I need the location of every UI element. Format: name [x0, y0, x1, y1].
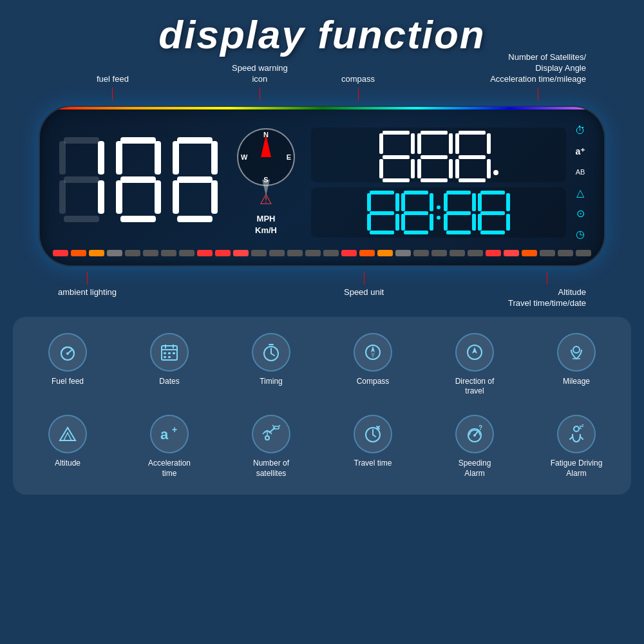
travel-time-label-text: Travel time [354, 459, 392, 469]
led-18 [359, 250, 375, 256]
svg-text:?: ? [478, 424, 482, 431]
feature-dates: Dates [121, 327, 218, 403]
speed-unit-display: MPHKm/H [255, 213, 277, 236]
speeding-alarm-label-text: SpeedingAlarm [459, 459, 491, 478]
speeding-alarm-icon: ? [455, 415, 494, 453]
led-12 [251, 250, 267, 256]
satellites-label-text: Number ofsatellites [253, 459, 289, 478]
dates-label-text: Dates [159, 377, 179, 387]
compass-arrow-north [261, 135, 271, 157]
acceleration-label-text: Accelerationtime [148, 459, 191, 478]
altitude-label-text: Altitude [55, 459, 80, 469]
cyan-digit-2 [401, 191, 433, 234]
svg-marker-17 [371, 346, 375, 352]
svg-text:a: a [160, 426, 169, 442]
led-16 [323, 250, 339, 256]
svg-text:+: + [172, 424, 177, 435]
clock-icon: ⏱ [573, 123, 588, 138]
page-wrapper: display function fuel feed Speed warning… [0, 0, 644, 495]
direction-label-text: Direction oftravel [455, 377, 495, 397]
speed-warning-label: Speed warningicon [232, 63, 288, 100]
svg-point-27 [265, 436, 269, 440]
cyan-digit-3 [444, 191, 476, 234]
svg-rect-8 [168, 352, 171, 354]
satellites-display-label: Number of Satellites/Display AngleAccele… [490, 52, 586, 100]
led-2 [71, 250, 86, 256]
side-icons-panel: ⏱ a⁺ AB △ ⊙ ◷ [573, 123, 588, 242]
led-5 [125, 250, 140, 256]
mountain-icon: △ [573, 185, 588, 200]
led-23 [450, 250, 465, 256]
led-6 [143, 250, 158, 256]
feature-fatigue-alarm: z z Fatigue DrivingAlarm [528, 408, 625, 485]
led-17 [341, 250, 357, 256]
labels-above: fuel feed Speed warningicon compass Numb… [39, 64, 605, 106]
svg-rect-10 [164, 356, 166, 358]
svg-marker-23 [60, 428, 75, 440]
altitude-travel-label: AltitudeTravel time/time/date [508, 272, 586, 309]
feature-timing: Timing [223, 327, 319, 403]
cyan-digit-display [311, 187, 566, 238]
mileage-icon [557, 333, 596, 372]
compass-feature-icon [354, 333, 392, 372]
acceleration-icon: a + [150, 415, 189, 453]
cyan-digit-1 [367, 191, 399, 234]
led-8 [179, 250, 194, 256]
speed-digit-2 [113, 137, 164, 227]
cyan-digit-4 [478, 191, 510, 234]
hud-display: N S E W ⚠ MPHKm/H [39, 106, 605, 267]
svg-point-2 [66, 352, 69, 355]
compass-east: E [287, 153, 291, 161]
led-14 [287, 250, 303, 256]
mileage-label-text: Mileage [563, 377, 590, 387]
led-29 [558, 250, 573, 256]
timing-icon [252, 333, 290, 372]
led-30 [576, 250, 591, 256]
led-13 [269, 250, 285, 256]
fatigue-alarm-label-text: Fatigue DrivingAlarm [551, 459, 603, 478]
led-24 [468, 250, 483, 256]
speed-unit-label: Speed unit [344, 272, 384, 309]
features-grid: Fuel feed Dates [19, 327, 625, 485]
svg-point-38 [473, 434, 476, 437]
svg-text:z: z [582, 424, 584, 428]
svg-marker-24 [64, 433, 71, 440]
svg-line-35 [373, 435, 375, 437]
led-1 [53, 250, 68, 256]
led-11 [233, 250, 249, 256]
feature-altitude: Altitude [19, 408, 116, 485]
feature-fuel-feed: Fuel feed [19, 327, 116, 403]
svg-line-32 [279, 425, 280, 426]
svg-line-41 [570, 437, 573, 439]
led-9 [197, 250, 213, 256]
right-panels [311, 128, 566, 238]
feature-direction: Direction oftravel [426, 327, 523, 403]
white-digit-2 [417, 131, 453, 179]
fuel-feed-icon [48, 333, 87, 372]
svg-point-21 [573, 346, 580, 353]
white-digit-1 [379, 131, 415, 179]
svg-rect-11 [168, 356, 171, 358]
page-title: display function [0, 12, 644, 57]
dates-icon [150, 333, 189, 372]
fatigue-alarm-icon: z z [557, 415, 596, 453]
feature-travel-time: Travel time [325, 408, 421, 485]
speed-digit-3 [169, 137, 221, 227]
compass-section: N S E W ⚠ MPHKm/H [227, 128, 305, 236]
ab-icon: AB [573, 164, 588, 180]
satellites-icon [252, 415, 290, 453]
fuel-feed-label: fuel feed [97, 74, 129, 100]
colon-separator [435, 191, 442, 234]
feature-compass: Compass [325, 327, 421, 403]
timer-icon: ◷ [573, 226, 588, 242]
compass-label-text: Compass [357, 377, 390, 387]
travel-time-icon [354, 415, 392, 453]
led-21 [413, 250, 429, 256]
features-section: Fuel feed Dates [13, 317, 631, 495]
led-22 [431, 250, 447, 256]
led-25 [486, 250, 501, 256]
speed-digit-1 [56, 137, 108, 227]
font-size-icon: a⁺ [573, 144, 588, 159]
svg-line-14 [271, 354, 274, 355]
led-27 [522, 250, 537, 256]
